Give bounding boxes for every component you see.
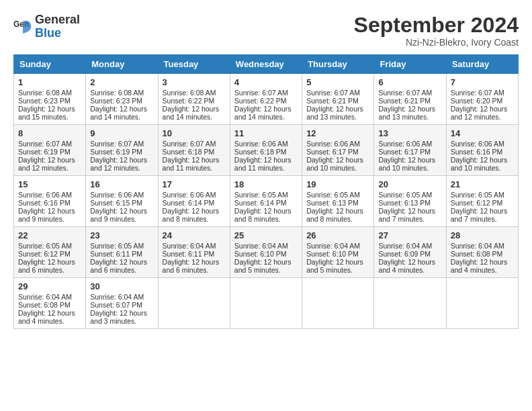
week-row-1: 1Sunrise: 6:08 AMSunset: 6:23 PMDaylight… (14, 74, 519, 125)
weekday-header-wednesday: Wednesday (230, 55, 302, 74)
daylight-text: Daylight: 12 hours (90, 309, 153, 317)
sunrise-text: Sunrise: 6:08 AM (90, 89, 153, 97)
logo-icon: Gen (13, 17, 32, 36)
calendar-cell: 14Sunrise: 6:06 AMSunset: 6:16 PMDayligh… (446, 125, 518, 176)
sunrise-text: Sunrise: 6:06 AM (306, 140, 369, 148)
calendar-cell: 2Sunrise: 6:08 AMSunset: 6:23 PMDaylight… (86, 74, 158, 125)
daylight-text: Daylight: 12 hours (234, 258, 298, 266)
sunrise-text: Sunrise: 6:05 AM (18, 242, 81, 250)
title-area: September 2024 Nzi-Nzi-Blekro, Ivory Coa… (354, 13, 519, 48)
calendar-cell: 10Sunrise: 6:07 AMSunset: 6:18 PMDayligh… (158, 125, 230, 176)
calendar-cell (302, 278, 374, 329)
calendar-cell: 7Sunrise: 6:07 AMSunset: 6:20 PMDaylight… (446, 74, 518, 125)
calendar-cell: 16Sunrise: 6:06 AMSunset: 6:15 PMDayligh… (86, 176, 158, 227)
calendar-cell: 30Sunrise: 6:04 AMSunset: 6:07 PMDayligh… (86, 278, 158, 329)
week-row-4: 22Sunrise: 6:05 AMSunset: 6:12 PMDayligh… (14, 227, 519, 278)
daylight-text: Daylight: 12 hours (451, 156, 514, 164)
daylight-text: Daylight: 12 hours (163, 105, 226, 113)
sunset-text: Sunset: 6:22 PM (163, 97, 226, 105)
day-number: 19 (306, 179, 369, 189)
weekday-header-sunday: Sunday (14, 55, 86, 74)
daylight-minutes-text: and 7 minutes. (378, 215, 441, 223)
calendar-cell: 20Sunrise: 6:05 AMSunset: 6:13 PMDayligh… (374, 176, 446, 227)
day-number: 9 (90, 128, 153, 138)
day-number: 23 (90, 230, 153, 240)
calendar-cell: 28Sunrise: 6:04 AMSunset: 6:08 PMDayligh… (446, 227, 518, 278)
sunrise-text: Sunrise: 6:05 AM (306, 191, 369, 199)
sunrise-text: Sunrise: 6:07 AM (90, 140, 153, 148)
daylight-text: Daylight: 12 hours (18, 105, 81, 113)
day-number: 29 (18, 281, 81, 291)
sunrise-text: Sunrise: 6:04 AM (378, 242, 441, 250)
day-number: 27 (378, 230, 441, 240)
calendar-cell: 21Sunrise: 6:05 AMSunset: 6:12 PMDayligh… (446, 176, 518, 227)
logo-general: General (35, 13, 80, 27)
day-number: 26 (306, 230, 369, 240)
daylight-minutes-text: and 7 minutes. (451, 215, 514, 223)
sunrise-text: Sunrise: 6:06 AM (451, 140, 514, 148)
daylight-text: Daylight: 12 hours (451, 207, 514, 215)
calendar-cell: 27Sunrise: 6:04 AMSunset: 6:09 PMDayligh… (374, 227, 446, 278)
daylight-minutes-text: and 13 minutes. (306, 113, 369, 121)
day-number: 1 (18, 77, 81, 87)
sunrise-text: Sunrise: 6:05 AM (378, 191, 441, 199)
sunset-text: Sunset: 6:12 PM (18, 250, 81, 258)
calendar-cell: 3Sunrise: 6:08 AMSunset: 6:22 PMDaylight… (158, 74, 230, 125)
sunrise-text: Sunrise: 6:04 AM (163, 242, 226, 250)
day-number: 30 (90, 281, 153, 291)
daylight-minutes-text: and 6 minutes. (163, 266, 226, 274)
calendar-cell: 19Sunrise: 6:05 AMSunset: 6:13 PMDayligh… (302, 176, 374, 227)
week-row-3: 15Sunrise: 6:06 AMSunset: 6:16 PMDayligh… (14, 176, 519, 227)
day-number: 21 (451, 179, 514, 189)
daylight-minutes-text: and 8 minutes. (234, 215, 298, 223)
month-title: September 2024 (354, 13, 519, 37)
calendar-cell (158, 278, 230, 329)
sunrise-text: Sunrise: 6:07 AM (163, 140, 226, 148)
weekday-header-tuesday: Tuesday (158, 55, 230, 74)
calendar-cell: 23Sunrise: 6:05 AMSunset: 6:11 PMDayligh… (86, 227, 158, 278)
daylight-minutes-text: and 10 minutes. (306, 164, 369, 172)
day-number: 12 (306, 128, 369, 138)
sunrise-text: Sunrise: 6:06 AM (163, 191, 226, 199)
sunset-text: Sunset: 6:19 PM (18, 148, 81, 156)
daylight-minutes-text: and 13 minutes. (378, 113, 441, 121)
sunrise-text: Sunrise: 6:04 AM (234, 242, 298, 250)
sunset-text: Sunset: 6:18 PM (163, 148, 226, 156)
daylight-text: Daylight: 12 hours (163, 207, 226, 215)
sunset-text: Sunset: 6:22 PM (234, 97, 298, 105)
sunset-text: Sunset: 6:08 PM (18, 301, 81, 309)
weekday-header-monday: Monday (86, 55, 158, 74)
day-number: 14 (451, 128, 514, 138)
daylight-text: Daylight: 12 hours (18, 258, 81, 266)
day-number: 7 (451, 77, 514, 87)
sunrise-text: Sunrise: 6:04 AM (18, 293, 81, 301)
sunset-text: Sunset: 6:18 PM (234, 148, 298, 156)
daylight-text: Daylight: 12 hours (451, 258, 514, 266)
daylight-text: Daylight: 12 hours (234, 207, 298, 215)
sunset-text: Sunset: 6:14 PM (163, 199, 226, 207)
weekday-header-saturday: Saturday (446, 55, 518, 74)
sunset-text: Sunset: 6:20 PM (451, 97, 514, 105)
sunrise-text: Sunrise: 6:07 AM (378, 89, 441, 97)
daylight-minutes-text: and 5 minutes. (234, 266, 298, 274)
calendar-table: SundayMondayTuesdayWednesdayThursdayFrid… (13, 54, 519, 329)
daylight-text: Daylight: 12 hours (451, 105, 514, 113)
daylight-text: Daylight: 12 hours (90, 105, 153, 113)
calendar-cell: 13Sunrise: 6:06 AMSunset: 6:17 PMDayligh… (374, 125, 446, 176)
sunset-text: Sunset: 6:17 PM (306, 148, 369, 156)
calendar-cell: 26Sunrise: 6:04 AMSunset: 6:10 PMDayligh… (302, 227, 374, 278)
day-number: 6 (378, 77, 441, 87)
calendar-cell (446, 278, 518, 329)
sunrise-text: Sunrise: 6:06 AM (90, 191, 153, 199)
day-number: 15 (18, 179, 81, 189)
weekday-header-friday: Friday (374, 55, 446, 74)
sunrise-text: Sunrise: 6:05 AM (90, 242, 153, 250)
daylight-minutes-text: and 4 minutes. (378, 266, 441, 274)
day-number: 10 (163, 128, 226, 138)
sunset-text: Sunset: 6:14 PM (234, 199, 298, 207)
sunrise-text: Sunrise: 6:07 AM (234, 89, 298, 97)
sunset-text: Sunset: 6:12 PM (451, 199, 514, 207)
daylight-minutes-text: and 15 minutes. (18, 113, 81, 121)
weekday-header-row: SundayMondayTuesdayWednesdayThursdayFrid… (14, 55, 519, 74)
sunset-text: Sunset: 6:16 PM (451, 148, 514, 156)
